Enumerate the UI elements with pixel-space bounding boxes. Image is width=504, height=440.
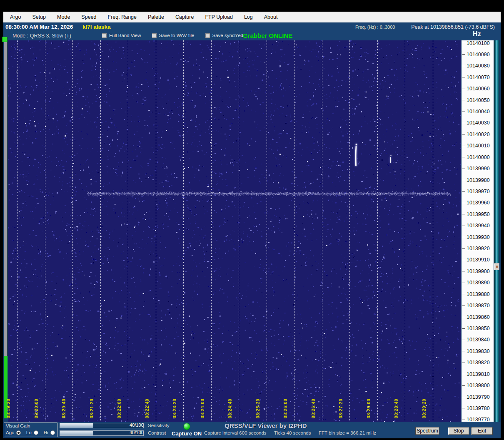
time-label: 08:24:40 [227,399,232,418]
freq-tick: 10140060 [462,86,490,92]
freq-tick-label: 10139850 [467,326,490,331]
freq-tick: 10140000 [462,154,490,160]
freq-scrollbar[interactable] [494,40,499,422]
freq-tick-label: 10139860 [467,314,490,320]
menu-item-ftp-upload[interactable]: FTP Upload [205,14,232,20]
checkbox-label: Save synch'ed [212,33,243,38]
checkbox-box-icon[interactable] [152,33,157,38]
freq-axis-unit: Hz [473,30,481,38]
ticks-info-label: Ticks 40 seconds [274,430,311,435]
time-label: 08:28:40 [394,399,399,418]
capture-state-label: Capture ON [172,430,202,437]
time-label: 08:24:00 [200,399,205,418]
menu-item-capture[interactable]: Capture [175,14,194,20]
tick-mark-icon [462,203,465,203]
freq-tick-label: 10139840 [467,337,490,343]
fft-info-label: FFT bin size = 366.21 mHz [319,430,376,435]
mode-bar: Mode : QRSS 3, Slow (T) Full Band ViewSa… [3,32,501,40]
freq-tick: 10139820 [462,360,490,365]
radio-button-icon[interactable] [34,430,38,435]
visual-gain-group: Visual Gain AgcLoHi [4,423,57,437]
checkbox-label: Save to WAV file [159,33,195,38]
radio-button-icon[interactable] [50,430,55,435]
freq-tick: 10140090 [462,52,490,57]
time-label: 08:20:00 [34,399,39,418]
freq-tick: 10139980 [462,177,490,183]
stop-button[interactable]: Stop [448,427,469,435]
spectrum-button[interactable]: Spectrum [415,427,439,435]
slider-name-label: Sensitivity [148,423,170,428]
freq-tick-label: 10139920 [467,246,490,251]
capture-led-icon [183,423,190,430]
checkbox-save-synch-ed[interactable]: Save synch'ed [205,33,243,38]
grabber-status: Grabber ONLINE [243,32,292,39]
freq-scrollbar-handle[interactable] [494,263,499,270]
time-label: 08:26:40 [311,399,316,418]
freq-tick-label: 10139990 [467,166,490,172]
tick-mark-icon [462,363,465,363]
tick-mark-icon [462,249,465,249]
tick-mark-icon [462,374,465,374]
freq-tick: 10139770 [462,417,490,422]
freq-tick: 10139930 [462,234,490,240]
time-label: 08:20:40 [61,399,66,418]
tick-mark-icon [462,306,465,306]
radio-button-icon[interactable] [16,430,21,435]
menu-item-setup[interactable]: Setup [32,14,46,20]
freq-tick: 10140020 [462,132,490,137]
peak-readout: Peak at 10139856.851 (-73.6 dBFS) [411,24,495,30]
tick-mark-icon [462,54,465,55]
time-label: 08:21:20 [89,399,94,418]
tick-mark-icon [462,112,465,112]
tick-mark-icon [462,180,465,180]
exit-button[interactable]: Exit [471,427,493,435]
radio-agc[interactable]: Agc [6,430,21,435]
tick-mark-icon [462,260,465,260]
slider-value-label: 40/100 [130,430,144,435]
freq-tick-label: 10140010 [467,143,490,149]
tick-mark-icon [462,420,465,420]
tick-mark-icon [462,328,465,329]
tick-mark-icon [462,43,465,43]
tick-mark-icon [462,385,465,386]
checkbox-box-icon[interactable] [102,33,107,38]
menu-item-log[interactable]: Log [244,14,253,20]
checkbox-save-to-wav-file[interactable]: Save to WAV file [152,33,195,38]
freq-tick-label: 10140040 [467,109,490,114]
capture-interval-label: Capture interval 600 seconds [204,430,267,435]
tick-mark-icon [462,66,465,66]
checkbox-full-band-view[interactable]: Full Band View [102,33,141,38]
freq-tick-label: 10139770 [467,417,490,422]
freq-tick-label: 10139870 [467,303,490,308]
tick-mark-icon [462,271,465,271]
freq-tick-label: 10140050 [467,97,490,103]
freq-tick-label: 10140070 [467,75,490,80]
freq-axis-panel: 1014010010140090101400801014007010140060… [462,40,494,422]
waterfall-area: 08:19:2008:20:0008:20:4008:21:2008:22:00… [8,40,461,422]
time-label: 08:28:00 [366,399,371,418]
menu-bar: ArgoSetupModeSpeedFreq. RangePaletteCapt… [3,12,501,22]
menu-item-about[interactable]: About [264,14,278,20]
menu-item-argo[interactable]: Argo [10,14,21,20]
mode-label: Mode : QRSS 3, Slow (T) [12,33,71,39]
freq-tick: 10140040 [462,109,490,114]
radio-hi[interactable]: Hi [44,430,55,435]
radio-lo[interactable]: Lo [26,430,38,435]
menu-item-mode[interactable]: Mode [57,14,70,20]
visual-gain-label: Visual Gain [6,423,30,428]
freq-tick-label: 10139790 [467,394,490,400]
freq-tick-label: 10139960 [467,200,490,206]
slider-name-label: Contrast [148,430,166,435]
tick-mark-icon [462,283,465,283]
menu-item-palette[interactable]: Palette [148,14,164,20]
freq-tick: 10140010 [462,143,490,149]
freq-tick-label: 10139830 [467,348,490,354]
mode-checkboxes: Full Band ViewSave to WAV fileSave synch… [102,33,243,38]
checkbox-box-icon[interactable] [205,33,210,38]
time-label: 08:22:00 [117,399,122,418]
freq-tick-label: 10139980 [467,177,490,183]
menu-item-speed[interactable]: Speed [81,14,96,20]
tick-mark-icon [462,340,465,340]
visual-gain-options: AgcLoHi [6,430,55,435]
menu-item-freq-range[interactable]: Freq. Range [108,14,137,20]
